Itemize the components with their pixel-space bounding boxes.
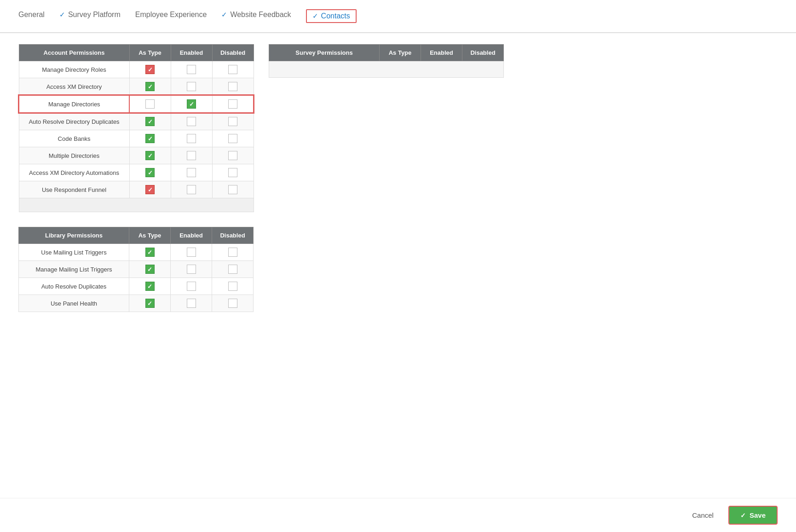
tab-website-feedback[interactable]: ✓ Website Feedback bbox=[221, 11, 291, 22]
checkbox[interactable] bbox=[228, 151, 237, 160]
checkbox[interactable] bbox=[187, 265, 196, 274]
checkbox[interactable] bbox=[228, 65, 237, 74]
contacts-check-icon: ✓ bbox=[312, 12, 318, 20]
row-label: Code Banks bbox=[19, 130, 129, 147]
table-row: Manage Directories✓ bbox=[19, 95, 254, 113]
account-permissions-astype-header: As Type bbox=[129, 45, 171, 61]
row-label: Multiple Directories bbox=[19, 147, 129, 164]
checkbox[interactable]: ✓ bbox=[145, 82, 155, 91]
check-icon: ✓ bbox=[148, 84, 153, 90]
table-row: Auto Resolve Directory Duplicates✓ bbox=[19, 113, 254, 130]
table-row: Access XM Directory Automations✓ bbox=[19, 164, 254, 181]
account-permissions-disabled-header: Disabled bbox=[212, 45, 254, 61]
library-permissions-astype-header: As Type bbox=[129, 227, 171, 244]
checkbox[interactable] bbox=[187, 134, 196, 143]
survey-permissions-empty-row bbox=[269, 61, 504, 78]
tables-row-top: Account Permissions As Type Enabled Disa… bbox=[18, 44, 778, 212]
nav-tabs: General ✓ Survey Platform Employee Exper… bbox=[0, 0, 796, 33]
checkbox[interactable] bbox=[228, 117, 237, 126]
row-label: Use Respondent Funnel bbox=[19, 181, 129, 198]
checkbox[interactable] bbox=[187, 65, 196, 74]
survey-permissions-header-row: Survey Permissions As Type Enabled Disab… bbox=[269, 45, 504, 61]
checkbox[interactable]: ✓ bbox=[145, 168, 155, 177]
table-row: Manage Mailing List Triggers✓ bbox=[19, 261, 254, 278]
row-label: Use Mailing List Triggers bbox=[19, 244, 129, 261]
main-content: Account Permissions As Type Enabled Disa… bbox=[0, 33, 796, 323]
checkbox[interactable] bbox=[228, 99, 237, 109]
checkbox[interactable] bbox=[228, 282, 237, 291]
checkbox[interactable] bbox=[187, 117, 196, 126]
library-permissions-enabled-header: Enabled bbox=[171, 227, 212, 244]
check-icon: ✓ bbox=[147, 301, 152, 306]
row-label: Manage Directories bbox=[19, 95, 129, 113]
account-permissions-header-row: Account Permissions As Type Enabled Disa… bbox=[19, 45, 254, 61]
checkbox[interactable] bbox=[228, 265, 237, 274]
checkbox[interactable]: ✓ bbox=[145, 134, 155, 143]
checkbox[interactable] bbox=[228, 82, 237, 91]
checkbox[interactable]: ✓ bbox=[145, 151, 155, 160]
check-icon: ✓ bbox=[147, 249, 152, 255]
tab-general[interactable]: General bbox=[18, 11, 45, 22]
checkbox[interactable]: ✓ bbox=[145, 65, 155, 74]
tab-survey-platform-label: Survey Platform bbox=[68, 11, 121, 19]
checkbox[interactable]: ✓ bbox=[145, 265, 155, 274]
survey-permissions-col-header: Survey Permissions bbox=[269, 45, 380, 61]
checkbox[interactable] bbox=[187, 185, 196, 194]
library-permissions-header-row: Library Permissions As Type Enabled Disa… bbox=[19, 227, 254, 244]
row-label: Manage Mailing List Triggers bbox=[19, 261, 129, 278]
website-feedback-check-icon: ✓ bbox=[221, 11, 227, 19]
checkbox[interactable] bbox=[187, 82, 196, 91]
survey-permissions-table: Survey Permissions As Type Enabled Disab… bbox=[269, 44, 504, 78]
tab-contacts[interactable]: ✓ Contacts bbox=[306, 9, 357, 23]
library-permissions-col-header: Library Permissions bbox=[19, 227, 129, 244]
check-icon: ✓ bbox=[189, 101, 194, 107]
checkbox[interactable] bbox=[228, 299, 237, 308]
survey-permissions-disabled-header: Disabled bbox=[462, 45, 504, 61]
check-icon: ✓ bbox=[148, 187, 153, 193]
account-permissions-enabled-header: Enabled bbox=[171, 45, 212, 61]
checkbox[interactable] bbox=[228, 185, 237, 194]
row-label: Auto Resolve Duplicates bbox=[19, 278, 129, 295]
survey-permissions-enabled-header: Enabled bbox=[421, 45, 462, 61]
row-label: Access XM Directory bbox=[19, 78, 129, 96]
checkbox[interactable]: ✓ bbox=[145, 299, 155, 308]
checkbox[interactable] bbox=[187, 299, 196, 308]
tab-survey-platform[interactable]: ✓ Survey Platform bbox=[59, 11, 121, 22]
checkbox[interactable] bbox=[228, 248, 237, 257]
checkbox[interactable]: ✓ bbox=[145, 282, 155, 291]
row-label: Auto Resolve Directory Duplicates bbox=[19, 113, 129, 130]
checkbox[interactable]: ✓ bbox=[145, 248, 155, 257]
tab-contacts-label: Contacts bbox=[321, 12, 350, 20]
checkbox[interactable]: ✓ bbox=[145, 117, 155, 126]
table-row: Use Mailing List Triggers✓ bbox=[19, 244, 254, 261]
check-icon: ✓ bbox=[148, 170, 153, 176]
check-icon: ✓ bbox=[148, 67, 153, 73]
library-permissions-disabled-header: Disabled bbox=[212, 227, 254, 244]
checkbox[interactable] bbox=[187, 151, 196, 160]
row-label: Access XM Directory Automations bbox=[19, 164, 129, 181]
library-permissions-table: Library Permissions As Type Enabled Disa… bbox=[18, 227, 254, 312]
check-icon: ✓ bbox=[148, 153, 153, 159]
checkbox[interactable] bbox=[187, 282, 196, 291]
checkbox[interactable] bbox=[187, 168, 196, 177]
table-row: Auto Resolve Duplicates✓ bbox=[19, 278, 254, 295]
tab-employee-experience[interactable]: Employee Experience bbox=[135, 11, 207, 22]
checkbox[interactable] bbox=[228, 134, 237, 143]
table-row: Code Banks✓ bbox=[19, 130, 254, 147]
account-permissions-section: Account Permissions As Type Enabled Disa… bbox=[18, 44, 254, 212]
row-label: Use Panel Health bbox=[19, 295, 129, 312]
checkbox[interactable]: ✓ bbox=[145, 185, 155, 194]
tab-website-feedback-label: Website Feedback bbox=[230, 11, 291, 19]
check-icon: ✓ bbox=[148, 119, 153, 125]
table-row: Manage Directory Roles✓ bbox=[19, 61, 254, 78]
account-permissions-table: Account Permissions As Type Enabled Disa… bbox=[18, 44, 254, 212]
checkbox[interactable] bbox=[228, 168, 237, 177]
survey-platform-check-icon: ✓ bbox=[59, 11, 65, 19]
checkbox[interactable] bbox=[187, 248, 196, 257]
library-permissions-section: Library Permissions As Type Enabled Disa… bbox=[18, 227, 778, 312]
checkbox[interactable]: ✓ bbox=[187, 99, 196, 109]
checkbox[interactable] bbox=[145, 99, 155, 109]
survey-permissions-section: Survey Permissions As Type Enabled Disab… bbox=[269, 44, 504, 78]
row-label: Manage Directory Roles bbox=[19, 61, 129, 78]
check-icon: ✓ bbox=[147, 266, 152, 272]
